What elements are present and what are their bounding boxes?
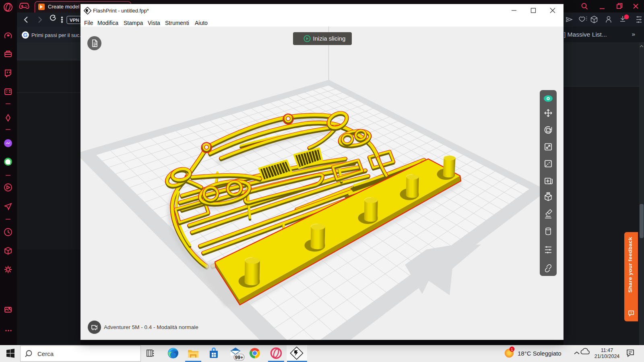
svg-text:99+: 99+ [235,355,243,360]
svg-text:18°C Soleggiato: 18°C Soleggiato [518,350,561,357]
svg-text:21/10/2024: 21/10/2024 [594,354,620,359]
svg-text:VPN: VPN [70,18,79,23]
svg-text:11:47: 11:47 [601,348,613,353]
svg-text:1: 1 [511,347,513,352]
svg-text:Primi passi per il suc...: Primi passi per il suc... [31,32,80,38]
svg-text:G: G [23,32,28,38]
